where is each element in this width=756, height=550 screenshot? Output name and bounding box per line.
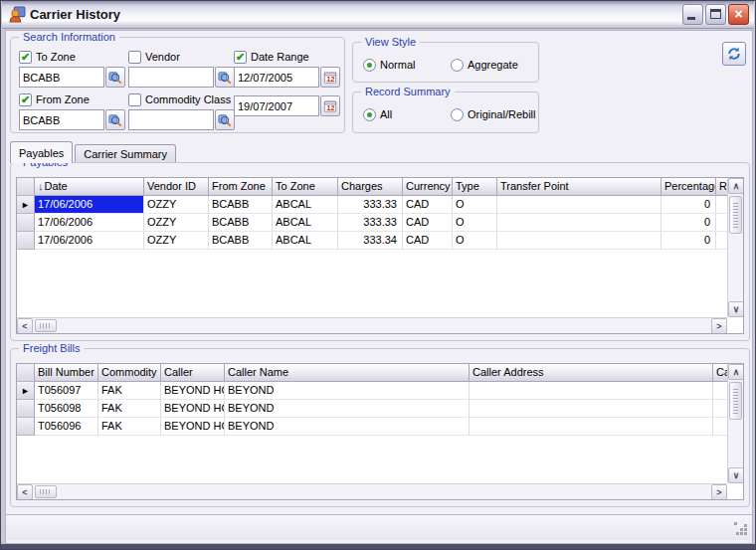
column-header-charges[interactable]: Charges xyxy=(338,178,403,196)
payables-cell[interactable] xyxy=(716,214,727,232)
payables-cell[interactable]: OZZY xyxy=(144,232,209,250)
vertical-scroll-thumb[interactable] xyxy=(729,196,742,234)
date-from-input[interactable] xyxy=(234,67,319,88)
freight-bill-cell[interactable] xyxy=(713,418,727,436)
payables-cell[interactable] xyxy=(716,232,727,250)
vendor-lookup-button[interactable] xyxy=(215,67,235,88)
freight-bill-cell[interactable]: T056097 xyxy=(35,382,98,400)
column-header-to-zone[interactable]: To Zone xyxy=(273,178,338,196)
payables-cell[interactable] xyxy=(497,232,662,250)
payables-cell[interactable]: BCABB xyxy=(209,214,273,232)
column-header-caller-name[interactable]: Caller Name xyxy=(225,364,470,382)
payables-vertical-scrollbar[interactable]: ∧ ∨ xyxy=(727,178,743,317)
radio-original-rebill[interactable] xyxy=(451,108,464,121)
vendor-input[interactable] xyxy=(128,67,214,88)
freight-bill-cell[interactable] xyxy=(470,418,713,436)
payables-cell[interactable]: 17/06/2006 xyxy=(35,196,144,214)
freight-bill-cell[interactable] xyxy=(470,382,713,400)
payables-cell[interactable]: CAD xyxy=(403,196,453,214)
payables-cell[interactable]: OZZY xyxy=(144,214,209,232)
freight-bill-cell[interactable]: BEYOND xyxy=(225,418,470,436)
freight-bill-cell[interactable]: BEYOND HOF xyxy=(161,418,225,436)
payables-cell[interactable]: ABCAL xyxy=(273,214,338,232)
minimize-button[interactable] xyxy=(682,4,703,25)
column-header-partial[interactable]: Call xyxy=(713,364,727,382)
payables-cell[interactable] xyxy=(497,196,662,214)
commodity-class-checkbox[interactable] xyxy=(128,93,141,106)
date-to-calendar-button[interactable]: 12 xyxy=(320,95,340,116)
row-selector[interactable] xyxy=(17,418,35,436)
freight-bill-cell[interactable]: T056098 xyxy=(35,400,98,418)
scroll-down-button[interactable]: ∨ xyxy=(728,467,744,483)
payables-cell[interactable]: CAD xyxy=(403,232,453,250)
column-header-date[interactable]: ↓Date xyxy=(35,178,144,196)
titlebar[interactable]: Carrier History × xyxy=(2,1,754,29)
scroll-up-button[interactable]: ∧ xyxy=(728,364,744,380)
column-header-partial[interactable]: R xyxy=(716,178,727,196)
payables-cell[interactable] xyxy=(716,196,727,214)
freight-bill-cell[interactable]: T056096 xyxy=(35,418,98,436)
payables-cell[interactable]: 17/06/2006 xyxy=(35,232,144,250)
scroll-right-button[interactable]: > xyxy=(711,484,727,500)
payables-cell[interactable]: ABCAL xyxy=(273,196,338,214)
refresh-button[interactable] xyxy=(722,42,746,66)
column-header-from-zone[interactable]: From Zone xyxy=(209,178,273,196)
vendor-checkbox[interactable] xyxy=(128,51,141,64)
payables-cell[interactable]: 0 xyxy=(662,232,716,250)
to-zone-input[interactable] xyxy=(19,67,104,88)
date-range-checkbox[interactable]: ✔ xyxy=(234,51,247,64)
payables-cell[interactable]: O xyxy=(453,196,497,214)
scroll-left-button[interactable]: < xyxy=(17,318,33,334)
row-selector[interactable] xyxy=(17,232,35,250)
freight-bills-horizontal-scrollbar[interactable]: < > xyxy=(17,483,727,499)
column-header-percentage[interactable]: Percentage xyxy=(662,178,716,196)
view-style-normal[interactable]: Normal xyxy=(363,58,415,72)
freight-bills-vertical-scrollbar[interactable]: ∧ ∨ xyxy=(727,364,743,483)
payables-cell[interactable]: 333.34 xyxy=(338,232,403,250)
commodity-class-input[interactable] xyxy=(128,109,214,130)
row-selector[interactable]: ► xyxy=(17,196,35,214)
column-header-currency[interactable]: Currency xyxy=(403,178,453,196)
vertical-scroll-thumb[interactable] xyxy=(729,382,742,420)
from-zone-lookup-button[interactable] xyxy=(105,109,125,130)
from-zone-input[interactable] xyxy=(19,109,104,130)
payables-cell[interactable]: 333.33 xyxy=(338,214,403,232)
close-button[interactable]: × xyxy=(728,4,749,25)
horizontal-scroll-thumb[interactable] xyxy=(35,485,57,498)
to-zone-lookup-button[interactable] xyxy=(105,67,125,88)
payables-cell[interactable]: 0 xyxy=(662,214,716,232)
payables-cell[interactable]: CAD xyxy=(403,214,453,232)
payables-cell[interactable]: 17/06/2006 xyxy=(35,214,144,232)
payables-cell[interactable]: 333.33 xyxy=(338,196,403,214)
column-header-commodity[interactable]: Commodity xyxy=(98,364,161,382)
view-style-aggregate[interactable]: Aggregate xyxy=(451,58,518,72)
from-zone-checkbox[interactable]: ✔ xyxy=(19,93,32,106)
freight-bill-cell[interactable]: BEYOND xyxy=(225,382,470,400)
radio-normal[interactable] xyxy=(363,59,376,72)
row-selector[interactable] xyxy=(17,400,35,418)
column-header-transfer-point[interactable]: Transfer Point xyxy=(497,178,662,196)
freight-bill-cell[interactable] xyxy=(713,382,727,400)
freight-bill-cell[interactable] xyxy=(470,400,713,418)
freight-bill-cell[interactable]: FAK xyxy=(98,400,161,418)
payables-horizontal-scrollbar[interactable]: < > xyxy=(17,317,727,333)
payables-cell[interactable]: ABCAL xyxy=(273,232,338,250)
payables-cell[interactable]: 0 xyxy=(662,196,716,214)
date-to-input[interactable] xyxy=(234,95,319,116)
column-header-type[interactable]: Type xyxy=(453,178,497,196)
payables-cell[interactable]: BCABB xyxy=(209,196,273,214)
column-header-vendor-id[interactable]: Vendor ID xyxy=(144,178,209,196)
freight-bill-cell[interactable]: FAK xyxy=(98,382,161,400)
row-selector[interactable]: ► xyxy=(17,382,35,400)
tab-carrier-summary[interactable]: Carrier Summary xyxy=(75,144,176,163)
scroll-right-button[interactable]: > xyxy=(711,318,727,334)
payables-cell[interactable]: OZZY xyxy=(144,196,209,214)
commodity-class-lookup-button[interactable] xyxy=(215,109,235,130)
column-header-caller[interactable]: Caller xyxy=(161,364,225,382)
tab-payables[interactable]: Payables xyxy=(10,141,73,163)
payables-cell[interactable] xyxy=(497,214,662,232)
date-from-calendar-button[interactable]: 12 xyxy=(320,67,340,88)
resize-grip[interactable] xyxy=(736,524,749,537)
radio-aggregate[interactable] xyxy=(451,59,464,72)
payables-cell[interactable]: O xyxy=(453,232,497,250)
